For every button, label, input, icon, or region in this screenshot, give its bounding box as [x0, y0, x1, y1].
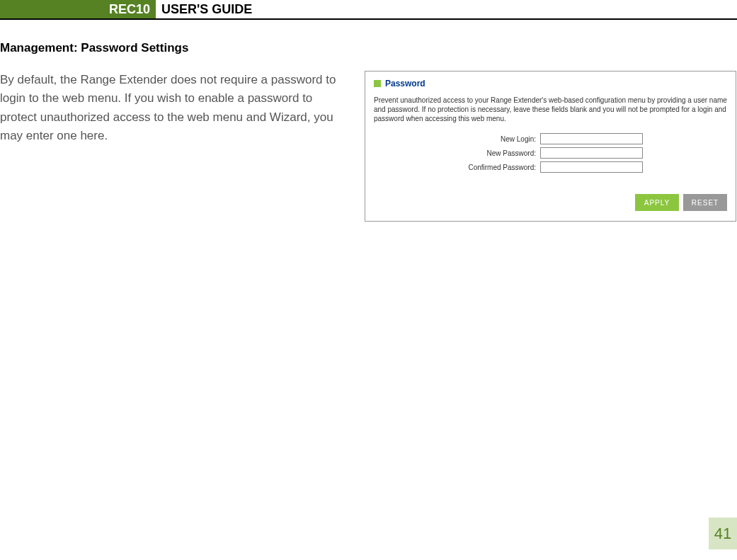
panel-title: Password: [385, 79, 425, 88]
confirmed-password-row: Confirmed Password:: [374, 161, 727, 173]
apply-button[interactable]: APPLY: [635, 194, 679, 211]
new-login-input[interactable]: [540, 133, 643, 144]
reset-button[interactable]: RESET: [683, 194, 727, 211]
page-content: Management: Password Settings By default…: [0, 20, 737, 222]
section-title: Management: Password Settings: [0, 41, 737, 55]
page-number: 41: [709, 518, 737, 549]
panel-description: Prevent unauthorized access to your Rang…: [374, 96, 727, 123]
new-login-label: New Login:: [374, 135, 540, 143]
header-title: USER'S GUIDE: [156, 0, 252, 18]
new-login-row: New Login:: [374, 133, 727, 144]
confirmed-password-input[interactable]: [540, 161, 643, 173]
new-password-label: New Password:: [374, 149, 540, 157]
square-icon: [374, 80, 381, 87]
password-panel: Password Prevent unauthorized access to …: [365, 71, 736, 222]
new-password-row: New Password:: [374, 147, 727, 159]
confirmed-password-label: Confirmed Password:: [374, 164, 540, 171]
header-product: REC10: [0, 0, 156, 18]
document-header: REC10 USER'S GUIDE: [0, 0, 737, 20]
body-text: By default, the Range Extender does not …: [0, 71, 350, 222]
new-password-input[interactable]: [540, 147, 643, 159]
